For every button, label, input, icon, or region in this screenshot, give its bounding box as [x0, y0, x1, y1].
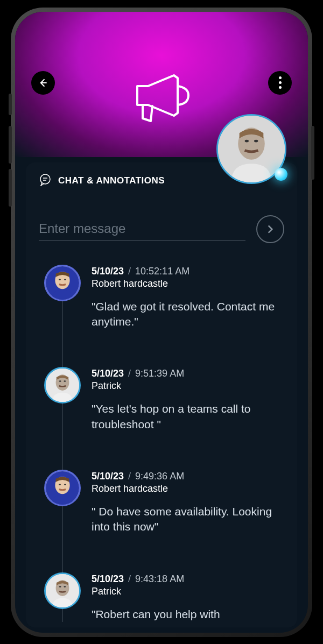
- message-item: 5/10/23 / 9:43:18 AM Patrick "Robert can…: [44, 572, 284, 622]
- status-indicator: [275, 168, 287, 181]
- svg-point-3: [254, 139, 258, 142]
- message-date: 5/10/23: [92, 574, 124, 585]
- more-button[interactable]: [268, 71, 292, 95]
- dot-icon: [279, 86, 282, 89]
- side-button: [9, 169, 12, 207]
- message-content: 5/10/23 / 9:49:36 AM Robert hardcastle "…: [92, 470, 284, 535]
- message-item: 5/10/23 / 9:49:36 AM Robert hardcastle "…: [44, 470, 284, 535]
- message-meta: 5/10/23 / 10:52:11 AM: [92, 266, 284, 277]
- message-date: 5/10/23: [92, 266, 124, 277]
- message-date: 5/10/23: [92, 368, 124, 379]
- svg-point-14: [64, 381, 66, 382]
- separator: /: [128, 471, 131, 482]
- svg-point-22: [64, 586, 66, 587]
- message-time: 9:51:39 AM: [135, 368, 184, 379]
- svg-point-4: [40, 174, 50, 184]
- svg-point-13: [59, 381, 61, 382]
- input-row: [39, 215, 284, 243]
- svg-point-17: [59, 484, 61, 485]
- side-button: [9, 94, 12, 115]
- chat-icon: [39, 173, 52, 188]
- message-avatar[interactable]: [44, 572, 81, 609]
- back-button[interactable]: [31, 71, 55, 95]
- message-meta: 5/10/23 / 9:49:36 AM: [92, 471, 284, 482]
- panel-title: CHAT & ANNOTATIONS: [58, 175, 165, 186]
- arrow-left-icon: [38, 77, 48, 88]
- megaphone-icon: [127, 67, 196, 134]
- message-timeline: 5/10/23 / 10:52:11 AM Robert hardcastle …: [39, 265, 284, 622]
- message-author: Patrick: [92, 380, 284, 392]
- avatar-face-icon: [46, 369, 79, 402]
- avatar-face-icon: [46, 471, 79, 505]
- send-button[interactable]: [256, 215, 284, 243]
- message-text: "Glad we got it resolved. Contact me any…: [92, 299, 284, 330]
- message-item: 5/10/23 / 10:52:11 AM Robert hardcastle …: [44, 265, 284, 330]
- message-content: 5/10/23 / 9:51:39 AM Patrick "Yes let's …: [92, 367, 284, 432]
- side-button: [311, 126, 314, 180]
- svg-point-9: [59, 279, 61, 280]
- chat-panel: CHAT & ANNOTATIONS: [26, 162, 297, 627]
- svg-point-10: [64, 279, 66, 280]
- message-avatar[interactable]: [44, 367, 81, 404]
- dot-icon: [279, 76, 282, 79]
- message-item: 5/10/23 / 9:51:39 AM Patrick "Yes let's …: [44, 367, 284, 432]
- message-meta: 5/10/23 / 9:43:18 AM: [92, 574, 284, 585]
- message-meta: 5/10/23 / 9:51:39 AM: [92, 368, 284, 379]
- dot-icon: [279, 81, 282, 84]
- message-avatar[interactable]: [44, 470, 81, 506]
- message-input[interactable]: [39, 217, 245, 241]
- message-time: 9:43:18 AM: [135, 574, 184, 585]
- message-author: Patrick: [92, 586, 284, 597]
- message-time: 10:52:11 AM: [135, 266, 189, 277]
- svg-point-21: [59, 586, 61, 587]
- message-content: 5/10/23 / 10:52:11 AM Robert hardcastle …: [92, 265, 284, 330]
- svg-point-18: [64, 484, 66, 485]
- separator: /: [128, 368, 131, 379]
- message-date: 5/10/23: [92, 471, 124, 482]
- separator: /: [128, 266, 131, 277]
- message-text: "Yes let's hop on a teams call to troubl…: [92, 401, 284, 432]
- message-author: Robert hardcastle: [92, 483, 284, 494]
- message-avatar[interactable]: [44, 265, 81, 301]
- avatar-face-icon: [46, 574, 79, 607]
- message-text: "Robert can you help with: [92, 607, 284, 622]
- svg-point-2: [245, 139, 249, 142]
- screen: CHAT & ANNOTATIONS: [15, 12, 308, 633]
- separator: /: [128, 574, 131, 585]
- message-text: " Do have some availability. Looking int…: [92, 504, 284, 535]
- message-content: 5/10/23 / 9:43:18 AM Patrick "Robert can…: [92, 572, 284, 622]
- phone-frame: CHAT & ANNOTATIONS: [11, 8, 312, 637]
- chevron-right-icon: [265, 224, 276, 235]
- message-author: Robert hardcastle: [92, 278, 284, 289]
- message-time: 9:49:36 AM: [135, 471, 184, 482]
- side-button: [9, 126, 12, 164]
- avatar-face-icon: [46, 266, 79, 300]
